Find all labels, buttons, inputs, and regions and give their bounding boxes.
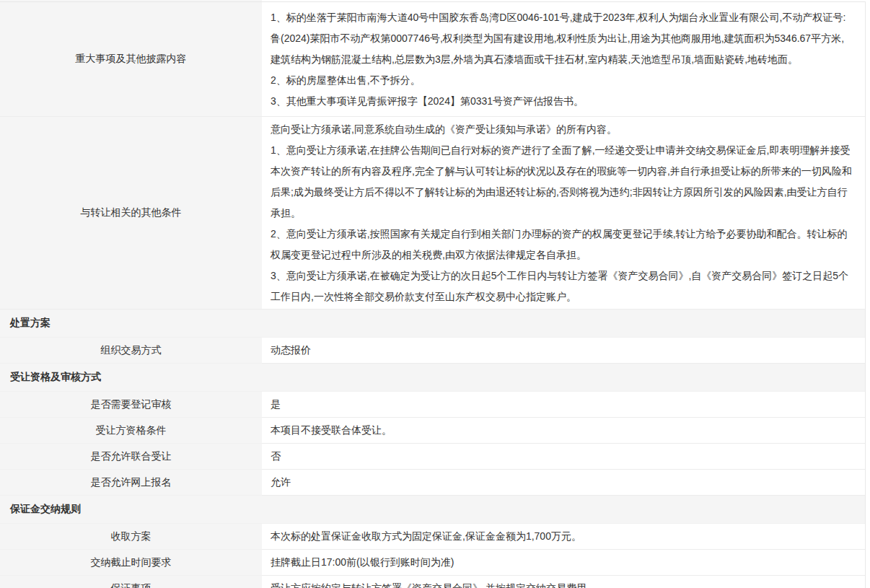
table-row-joint-transfer-allowed: 是否允许联合受让 否	[0, 444, 865, 470]
table-row-major-matters: 重大事项及其他披露内容 1、标的坐落于莱阳市南海大道40号中国胶东香岛湾D区00…	[0, 2, 865, 117]
table-row-transfer-conditions: 与转让相关的其他条件 意向受让方须承诺,同意系统自动生成的《资产受让须知与承诺》…	[0, 117, 865, 310]
row-label-collection-plan: 收取方案	[0, 524, 262, 550]
previous-row-value-fragment	[262, 0, 870, 1]
paragraph: 意向受让方须承诺,同意系统自动生成的《资产受让须知与承诺》的所有内容。	[271, 119, 853, 140]
paragraph: 3、意向受让方须承诺,在被确定为受让方的次日起5个工作日内与转让方签署《资产交易…	[271, 266, 853, 307]
row-value-transfer-conditions: 意向受让方须承诺,同意系统自动生成的《资产受让须知与承诺》的所有内容。 1、意向…	[262, 117, 865, 310]
table-row-transferee-qualification-conditions: 受让方资格条件 本项目不接受联合体受让。	[0, 418, 865, 444]
disclosure-table: 重大事项及其他披露内容 1、标的坐落于莱阳市南海大道40号中国胶东香岛湾D区00…	[0, 1, 866, 588]
paragraph: 2、标的房屋整体出售,不予拆分。	[271, 70, 853, 91]
row-label-registration-review: 是否需要登记审核	[0, 392, 262, 418]
row-value-collection-plan: 本次标的处置保证金收取方式为固定保证金,保证金金额为1,700万元。	[262, 524, 865, 550]
previous-row-remnant	[0, 0, 870, 1]
section-header-deposit-rules: 保证金交纳规则	[0, 496, 865, 524]
row-label-transaction-method: 组织交易方式	[0, 338, 262, 364]
row-label-transfer-conditions: 与转让相关的其他条件	[0, 117, 262, 310]
row-value-registration-review: 是	[262, 392, 865, 418]
asset-disclosure-page: 重大事项及其他披露内容 1、标的坐落于莱阳市南海大道40号中国胶东香岛湾D区00…	[0, 0, 870, 588]
table-row-collection-plan: 收取方案 本次标的处置保证金收取方式为固定保证金,保证金金额为1,700万元。	[0, 524, 865, 550]
row-value-joint-transfer-allowed: 否	[262, 444, 865, 470]
table-row-guarantee-matters: 保证事项 受让方应按约定与转让方签署《资产交易合同》,并按规定交纳交易费用。	[0, 576, 865, 588]
row-value-transaction-method: 动态报价	[262, 338, 865, 364]
row-label-payment-deadline: 交纳截止时间要求	[0, 550, 262, 576]
row-value-major-matters: 1、标的坐落于莱阳市南海大道40号中国胶东香岛湾D区0046-101号,建成于2…	[262, 2, 865, 117]
table-row-online-registration-allowed: 是否允许网上报名 允许	[0, 470, 865, 496]
table-row-payment-deadline: 交纳截止时间要求 挂牌截止日17:00前(以银行到账时间为准)	[0, 550, 865, 576]
row-label-guarantee-matters: 保证事项	[0, 576, 262, 588]
section-header-transferee-qualification: 受让资格及审核方式	[0, 364, 865, 392]
paragraph: 1、意向受让方须承诺,在挂牌公告期间已自行对标的资产进行了全面了解,一经递交受让…	[271, 140, 853, 224]
row-value-payment-deadline: 挂牌截止日17:00前(以银行到账时间为准)	[262, 550, 865, 576]
row-value-guarantee-matters: 受让方应按约定与转让方签署《资产交易合同》,并按规定交纳交易费用。	[262, 576, 865, 588]
row-label-joint-transfer-allowed: 是否允许联合受让	[0, 444, 262, 470]
paragraph: 1、标的坐落于莱阳市南海大道40号中国胶东香岛湾D区0046-101号,建成于2…	[271, 7, 853, 70]
row-value-transferee-qualification-conditions: 本项目不接受联合体受让。	[262, 418, 865, 444]
paragraph: 3、其他重大事项详见青振评报字【2024】第0331号资产评估报告书。	[271, 91, 853, 112]
row-label-major-matters: 重大事项及其他披露内容	[0, 2, 262, 117]
paragraph: 2、意向受让方须承诺,按照国家有关规定自行到相关部门办理标的资产的权属变更登记手…	[271, 224, 853, 266]
section-header-disposal-plan: 处置方案	[0, 310, 865, 338]
row-value-online-registration-allowed: 允许	[262, 470, 865, 496]
table-row-transaction-method: 组织交易方式 动态报价	[0, 338, 865, 364]
row-label-transferee-qualification-conditions: 受让方资格条件	[0, 418, 262, 444]
previous-row-label-fragment	[0, 0, 262, 1]
table-row-registration-review: 是否需要登记审核 是	[0, 392, 865, 418]
row-label-online-registration-allowed: 是否允许网上报名	[0, 470, 262, 496]
